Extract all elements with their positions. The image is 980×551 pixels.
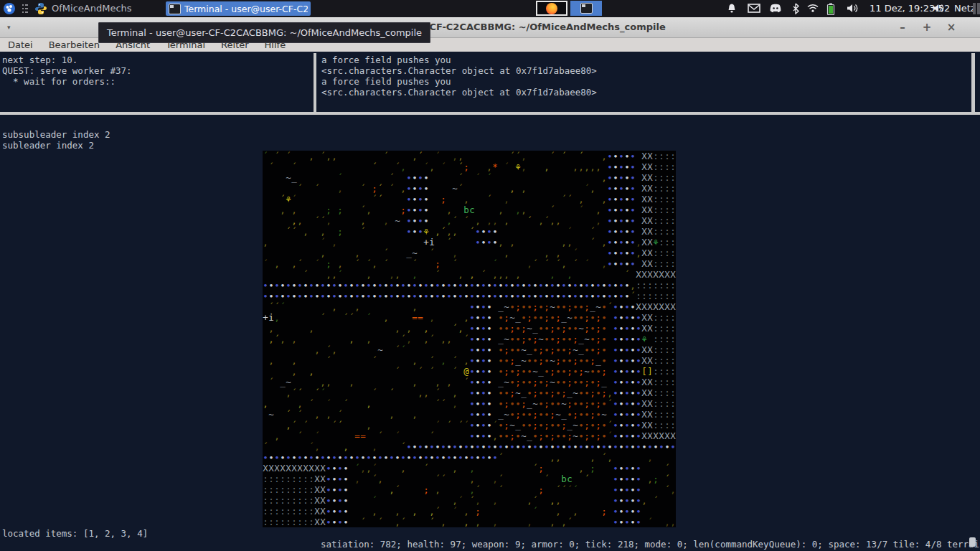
map-ground-tick: ,	[550, 495, 555, 506]
quest-pane: next step: 10.QUEST: serve worker #37: *…	[2, 55, 132, 87]
map-ground-tick: ´	[303, 269, 308, 280]
map-wall: XX	[641, 258, 653, 269]
taskbar-item-terminal[interactable]: Terminal - user@user-CF-C2...	[166, 1, 311, 16]
map-ground-tick: ´	[291, 194, 297, 204]
map-ground-tick: ,	[308, 366, 314, 377]
map-dots: ∙∙∙∙∙	[613, 517, 641, 527]
map-floor: ::::	[653, 161, 676, 172]
map-floor: ::::	[653, 151, 676, 161]
applications-menu-icon[interactable]	[3, 2, 16, 15]
map-dots: ∙∙∙∙	[406, 215, 429, 226]
map-ground-tick: ,	[463, 355, 469, 366]
map-dots: ∙∙∙∙	[469, 334, 492, 344]
map-ground-tick: ,	[291, 334, 297, 344]
map-ground-tick: ,	[423, 387, 429, 398]
map-object-yellow: ⚘	[515, 161, 521, 172]
map-ground-tick: ,	[331, 269, 337, 280]
map-ground-tick: ,	[274, 258, 280, 269]
map-object-orange: ;	[372, 183, 377, 194]
maximize-button[interactable]: +	[918, 20, 936, 34]
map-ground-tick: ,	[446, 204, 452, 215]
window-button-terminal[interactable]	[570, 1, 602, 16]
map-ground-tick: ´	[435, 269, 440, 280]
map-floor: ::::	[653, 355, 676, 366]
map-wall: XX	[314, 517, 326, 527]
map-ground-tick: ´	[498, 474, 504, 484]
map-ground-tick: ,	[452, 463, 458, 474]
map-ground-tick: ´	[297, 409, 303, 420]
map-debris: _~∙;∙∙;∙∙;~_∙;∙∙;∙~	[498, 409, 607, 420]
map-ground-tick: ,	[326, 409, 331, 420]
terminal-content[interactable]: next step: 10.QUEST: serve worker #37: *…	[0, 52, 980, 551]
map-ground-tick: ´	[320, 151, 326, 161]
map-ground-tick: ´	[429, 517, 435, 527]
map-ground-tick: ´	[590, 237, 595, 248]
map-ground-tick: ´	[366, 312, 372, 323]
volume-indicator-icon[interactable]	[933, 3, 945, 14]
map-ground-tick: ,	[463, 506, 469, 517]
python-icon[interactable]	[34, 2, 47, 15]
taskbar-item-ofmiceandmechs[interactable]: OfMiceAndMechs	[52, 3, 132, 14]
map-wall: XX	[641, 312, 653, 323]
window-button-firefox[interactable]	[536, 1, 567, 16]
map-ground-tick: ,	[331, 344, 337, 355]
map-ground-tick: ,	[446, 334, 452, 344]
map-object-orange: ;	[423, 484, 429, 495]
map-dots: ∙∙∙∙	[613, 301, 636, 312]
map-dots: ∙∙∙∙	[469, 387, 492, 398]
map-dots: ∙∙∙∙	[406, 194, 429, 204]
pane-divider-horizontal	[0, 112, 980, 115]
volume-icon[interactable]	[847, 3, 859, 14]
notification-bell-icon[interactable]	[726, 3, 738, 14]
map-ground-tick: ´	[561, 484, 567, 495]
map-ground-tick: ,	[475, 517, 481, 527]
map-ground-tick: ,	[291, 366, 297, 377]
map-ground-tick: ´	[372, 161, 377, 172]
map-ground-tick: ,	[492, 517, 498, 527]
mail-icon[interactable]	[748, 3, 760, 14]
minimize-button[interactable]: –	[894, 20, 911, 34]
bluetooth-icon[interactable]	[791, 3, 800, 14]
map-ground-tick: ,	[274, 430, 280, 441]
map-floor: :::::::::	[263, 495, 314, 506]
map-floor: ::::	[653, 387, 676, 398]
map-ground-tick: ´	[578, 204, 584, 215]
menu-item-datei[interactable]: Datei	[0, 39, 41, 50]
map-dots: ∙∙∙∙	[469, 312, 492, 323]
map-dots: ∙∙∙∙∙	[607, 172, 636, 183]
map-ground-tick: ´	[274, 334, 280, 344]
map-ground-tick: ´	[308, 398, 314, 409]
map-dots: ∙∙∙∙∙	[613, 334, 641, 344]
map-ground-tick: ,	[320, 226, 326, 237]
map-ground-tick: ,	[268, 334, 274, 344]
map-dots: ∙∙∙∙	[475, 237, 498, 248]
map-ground-tick: ´	[314, 387, 320, 398]
map-ground-tick: ´	[561, 194, 567, 204]
map-dots: ∙∙∙∙∙	[613, 409, 641, 420]
map-dots: ∙∙∙∙∙	[607, 183, 636, 194]
map-ground-tick: ,	[595, 161, 601, 172]
map-ground-tick: ´	[360, 204, 366, 215]
map-dots: ∙∙∙∙	[469, 420, 492, 430]
map-object-orange: ;	[601, 506, 607, 517]
map-ground-tick: ,	[504, 194, 509, 204]
map-dots: ∙∙∙∙∙∙∙∙∙∙∙∙∙∙∙∙∙∙∙∙∙∙∙∙∙∙∙∙∙∙∙∙∙∙∙∙∙∙∙∙…	[406, 441, 676, 452]
map-ground-tick: ´	[263, 258, 268, 269]
pane-scrollbar[interactable]	[971, 53, 975, 112]
wifi-icon[interactable]	[806, 3, 819, 13]
leader-line: subsubleader index 2	[2, 129, 110, 140]
map-dots: ∙∙∙∙∙	[613, 366, 641, 377]
map-ground-tick: ,	[469, 474, 475, 484]
map-ground-tick: ´	[607, 301, 613, 312]
discord-icon[interactable]	[769, 3, 782, 14]
map-tick-green: ;	[326, 204, 331, 215]
map-ground-tick: ,	[452, 226, 458, 237]
map-ground-tick: ,	[291, 204, 297, 215]
map-object-yellow: ⚘	[286, 194, 291, 204]
close-button[interactable]: ×	[943, 20, 960, 34]
map-ground-tick: ,	[498, 204, 504, 215]
map-ground-tick: ,	[458, 269, 463, 280]
map-dots: ∙∙∙∙∙	[613, 387, 641, 398]
map-ground-tick: ,	[469, 484, 475, 495]
panel-handle-icon[interactable]	[22, 4, 34, 17]
